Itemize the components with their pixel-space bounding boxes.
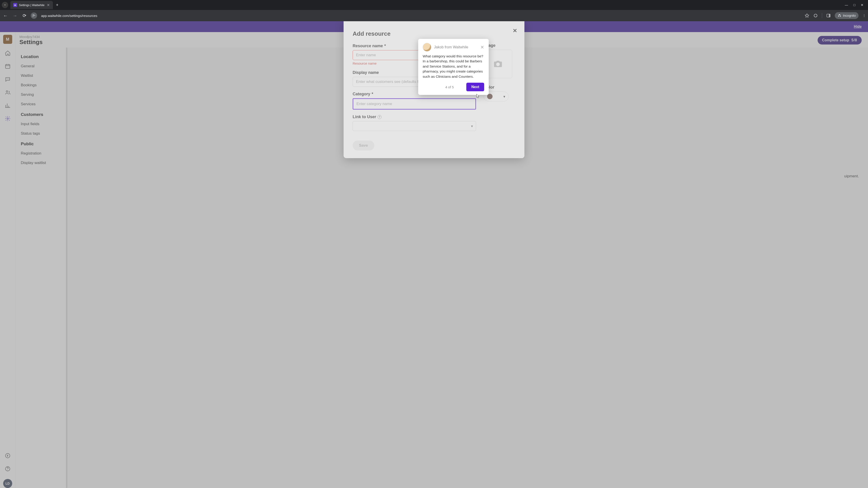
tour-avatar bbox=[423, 43, 431, 52]
browser-tab[interactable]: w Settings | Waitwhile ✕ bbox=[10, 1, 53, 9]
tour-body-text: What category would this resource be? In… bbox=[423, 54, 484, 79]
url-text[interactable]: app.waitwhile.com/settings/resources bbox=[40, 14, 802, 18]
incognito-icon bbox=[837, 13, 842, 18]
extensions-button[interactable] bbox=[813, 13, 818, 18]
panel-icon bbox=[826, 13, 831, 18]
incognito-indicator[interactable]: Incognito bbox=[835, 12, 859, 19]
address-bar: ← → ⟳ app.waitwhile.com/settings/resourc… bbox=[0, 10, 868, 21]
nav-forward-button[interactable]: → bbox=[12, 13, 18, 18]
window-close-button[interactable]: ✕ bbox=[861, 3, 864, 7]
separator bbox=[822, 13, 822, 18]
tab-close-button[interactable]: ✕ bbox=[46, 3, 50, 7]
star-icon bbox=[805, 13, 809, 18]
modal-close-button[interactable]: ✕ bbox=[513, 28, 517, 34]
bookmark-button[interactable] bbox=[805, 13, 809, 18]
tour-next-button[interactable]: Next bbox=[466, 83, 484, 91]
modal-title: Add resource bbox=[352, 30, 515, 37]
nav-reload-button[interactable]: ⟳ bbox=[21, 13, 28, 18]
category-input[interactable] bbox=[352, 98, 476, 109]
tab-title: Settings | Waitwhile bbox=[19, 3, 44, 7]
favicon-icon: w bbox=[13, 3, 17, 7]
save-button[interactable]: Save bbox=[352, 140, 374, 151]
help-icon[interactable]: ? bbox=[377, 115, 381, 119]
sidepanel-button[interactable] bbox=[826, 13, 831, 18]
camera-icon bbox=[493, 60, 503, 68]
window-minimize-button[interactable]: — bbox=[845, 3, 848, 7]
new-tab-button[interactable]: + bbox=[54, 2, 61, 8]
tour-step-indicator: 4 of 5 bbox=[423, 85, 454, 89]
tune-icon bbox=[32, 14, 36, 18]
svg-rect-1 bbox=[829, 14, 830, 17]
tab-strip: w Settings | Waitwhile ✕ + — □ ✕ bbox=[0, 0, 868, 10]
chevron-down-icon bbox=[3, 3, 6, 6]
nav-back-button[interactable]: ← bbox=[2, 13, 8, 18]
tour-popover: Jakob from Waitwhile ✕ What category wou… bbox=[418, 39, 489, 95]
incognito-label: Incognito bbox=[843, 14, 856, 18]
link-user-label: Link to User ? bbox=[352, 115, 476, 119]
chevron-down-icon: ▾ bbox=[503, 94, 505, 99]
window-maximize-button[interactable]: □ bbox=[854, 3, 855, 7]
puzzle-icon bbox=[813, 13, 818, 18]
tabs-dropdown-button[interactable] bbox=[2, 2, 8, 8]
site-info-button[interactable] bbox=[31, 12, 37, 19]
tour-from-label: Jakob from Waitwhile bbox=[434, 45, 468, 49]
color-swatch bbox=[487, 94, 493, 99]
link-user-select[interactable] bbox=[352, 121, 476, 131]
tour-close-button[interactable]: ✕ bbox=[480, 44, 484, 50]
browser-menu-button[interactable]: ⋮ bbox=[863, 14, 866, 18]
